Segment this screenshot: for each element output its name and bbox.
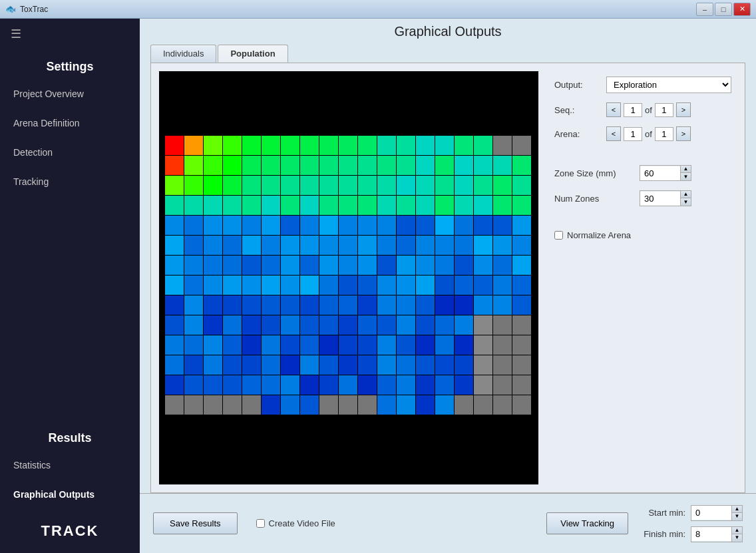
normalize-arena-label: Normalize Arena: [567, 230, 631, 240]
sidebar-item-tracking[interactable]: Tracking: [0, 167, 140, 196]
zone-size-down[interactable]: ▼: [680, 173, 691, 180]
heatmap-canvas: [164, 135, 534, 421]
sidebar: ☰ Settings Project Overview Arena Defini…: [0, 19, 140, 553]
save-results-button[interactable]: Save Results: [153, 512, 238, 534]
start-min-up[interactable]: ▲: [731, 506, 742, 513]
maximize-button[interactable]: □: [715, 3, 732, 16]
minimize-button[interactable]: –: [696, 3, 713, 16]
main-content: Graphical Outputs Individuals Population…: [140, 19, 756, 553]
sidebar-item-detection[interactable]: Detection: [0, 138, 140, 167]
seq-total: 1: [655, 103, 673, 117]
controls-panel: Output: Exploration Heatmap Trajectory S…: [549, 71, 737, 484]
app-body: ☰ Settings Project Overview Arena Defini…: [0, 19, 756, 553]
finish-min-spinner-buttons: ▲ ▼: [731, 527, 742, 542]
window-controls: – □ ✕: [696, 3, 751, 16]
seq-of: of: [645, 105, 652, 115]
zone-size-control: ▲ ▼: [640, 165, 691, 181]
menu-icon[interactable]: ☰: [0, 19, 140, 49]
seq-label: Seq.:: [554, 105, 601, 115]
sidebar-item-arena-definition[interactable]: Arena Definition: [0, 108, 140, 138]
arena-current: 1: [624, 127, 642, 141]
start-min-spinner-buttons: ▲ ▼: [731, 506, 742, 520]
close-button[interactable]: ✕: [733, 3, 751, 16]
sidebar-item-statistics[interactable]: Statistics: [0, 451, 140, 480]
view-tracking-button[interactable]: View Tracking: [546, 512, 628, 534]
start-min-label: Start min:: [639, 508, 685, 518]
start-min-input[interactable]: [691, 506, 731, 520]
panel-inner: Output: Exploration Heatmap Trajectory S…: [151, 63, 745, 492]
finish-min-down[interactable]: ▼: [731, 534, 742, 542]
bottom-left-extras: Create Video File: [256, 518, 335, 528]
app-title: ToxTrac: [20, 5, 696, 14]
main-header: Graphical Outputs: [140, 19, 756, 45]
start-min-down[interactable]: ▼: [731, 513, 742, 520]
finish-min-row: Finish min: ▲ ▼: [639, 526, 743, 542]
normalize-arena-row: Normalize Arena: [554, 230, 731, 240]
page-title: Graphical Outputs: [394, 24, 501, 39]
tab-individuals[interactable]: Individuals: [150, 45, 216, 63]
seq-row: Seq.: < 1 of 1 >: [554, 102, 731, 117]
normalize-arena-checkbox[interactable]: [554, 231, 563, 240]
start-min-row: Start min: ▲ ▼: [639, 505, 743, 521]
app-icon: 🐟: [5, 4, 16, 15]
zone-size-up[interactable]: ▲: [680, 166, 691, 173]
arena-row: Arena: < 1 of 1 >: [554, 126, 731, 141]
seq-prev-button[interactable]: <: [606, 102, 621, 117]
num-zones-input[interactable]: [640, 192, 680, 206]
output-label: Output:: [554, 80, 601, 90]
sidebar-item-graphical-outputs[interactable]: Graphical Outputs: [0, 480, 140, 509]
finish-min-input[interactable]: [691, 527, 731, 541]
num-zones-spinner-buttons: ▲ ▼: [680, 191, 691, 206]
finish-min-control: ▲ ▼: [691, 526, 743, 542]
create-video-row: Create Video File: [256, 518, 335, 528]
num-zones-label: Num Zones: [554, 194, 634, 204]
num-zones-control: ▲ ▼: [640, 190, 691, 206]
seq-nav: < 1 of 1 >: [606, 102, 691, 117]
tabs-and-content: Individuals Population Output: Explorati…: [140, 45, 756, 493]
output-row: Output: Exploration Heatmap Trajectory: [554, 77, 731, 93]
sidebar-item-project-overview[interactable]: Project Overview: [0, 79, 140, 108]
create-video-checkbox[interactable]: [256, 519, 265, 528]
arena-prev-button[interactable]: <: [606, 126, 621, 141]
output-dropdown[interactable]: Exploration Heatmap Trajectory: [606, 77, 731, 93]
finish-min-label: Finish min:: [639, 529, 685, 539]
heatmap-container: [159, 71, 538, 484]
settings-header: Settings: [0, 49, 140, 79]
arena-label: Arena:: [554, 129, 601, 139]
zone-size-input[interactable]: [640, 166, 680, 180]
titlebar: 🐟 ToxTrac – □ ✕: [0, 0, 756, 19]
num-zones-down[interactable]: ▼: [680, 198, 691, 206]
bottom-right-inputs: Start min: ▲ ▼ Finish min:: [639, 505, 743, 542]
start-min-control: ▲ ▼: [691, 505, 743, 521]
results-header: Results: [0, 421, 140, 451]
num-zones-up[interactable]: ▲: [680, 191, 691, 198]
finish-min-up[interactable]: ▲: [731, 527, 742, 534]
seq-current: 1: [624, 103, 642, 117]
arena-nav: < 1 of 1 >: [606, 126, 691, 141]
seq-next-button[interactable]: >: [676, 102, 691, 117]
arena-total: 1: [655, 127, 673, 141]
tab-population[interactable]: Population: [218, 45, 287, 63]
zone-size-row: Zone Size (mm) ▲ ▼: [554, 165, 731, 181]
zone-size-spinner-buttons: ▲ ▼: [680, 166, 691, 180]
content-panel: Output: Exploration Heatmap Trajectory S…: [150, 63, 745, 493]
bottom-right: View Tracking Start min: ▲ ▼ Fi: [546, 505, 743, 542]
arena-next-button[interactable]: >: [676, 126, 691, 141]
create-video-label: Create Video File: [269, 518, 335, 528]
tabs-row: Individuals Population: [140, 45, 756, 63]
bottom-bar: Save Results Create Video File View Trac…: [140, 493, 756, 553]
track-button[interactable]: TRACK: [0, 509, 140, 553]
zone-size-label: Zone Size (mm): [554, 168, 634, 178]
arena-of: of: [645, 129, 652, 139]
num-zones-row: Num Zones ▲ ▼: [554, 190, 731, 206]
